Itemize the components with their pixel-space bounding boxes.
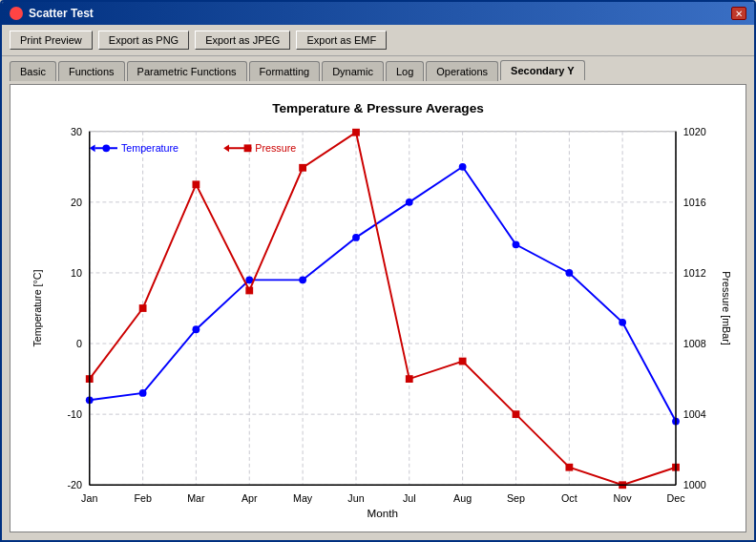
title-bar: Scatter Test ✕ [2, 2, 754, 25]
tab-functions[interactable]: Functions [58, 61, 125, 81]
y-right-label-1004: 1004 [683, 408, 706, 420]
chart-title: Temperature & Pressure Averages [272, 101, 484, 115]
tabs-bar: BasicFunctionsParametric FunctionsFormat… [2, 56, 754, 80]
x-label-nov: Nov [614, 492, 633, 504]
temperature-legend-label: Temperature [121, 142, 178, 154]
main-window: Scatter Test ✕ Print PreviewExport as PN… [0, 0, 756, 542]
y-right-axis-label: Pressure [mBar] [721, 271, 732, 344]
x-label-may: May [293, 492, 313, 504]
svg-point-23 [299, 276, 306, 283]
x-label-aug: Aug [453, 492, 472, 504]
svg-rect-37 [406, 375, 413, 383]
x-label-apr: Apr [242, 492, 258, 504]
svg-rect-39 [513, 410, 520, 418]
title-bar-left: Scatter Test [10, 7, 94, 20]
svg-point-28 [565, 269, 573, 277]
x-label-jan: Jan [81, 492, 97, 504]
x-label-mar: Mar [187, 492, 205, 504]
svg-point-21 [192, 325, 200, 333]
svg-rect-34 [245, 287, 253, 295]
chart-svg: Temperature & Pressure Averages [10, 85, 746, 532]
y-left-label-m20: -20 [67, 479, 82, 490]
x-label-jun: Jun [347, 492, 364, 504]
svg-point-26 [459, 163, 467, 171]
tab-dynamic[interactable]: Dynamic [322, 61, 384, 81]
svg-rect-32 [139, 304, 147, 312]
x-label-sep: Sep [507, 492, 525, 504]
chart-svg-wrapper: Temperature & Pressure Averages [10, 85, 746, 532]
pressure-legend-dot [244, 144, 252, 152]
x-label-dec: Dec [666, 492, 685, 504]
svg-point-27 [513, 240, 520, 248]
x-label-feb: Feb [134, 492, 152, 504]
content-area: Temperature & Pressure Averages [2, 80, 754, 540]
y-right-label-1000: 1000 [683, 479, 706, 490]
svg-rect-33 [192, 180, 200, 188]
svg-point-24 [352, 234, 360, 241]
app-icon [10, 7, 23, 20]
chart-container: Temperature & Pressure Averages [10, 84, 746, 532]
temperature-legend-dot [102, 144, 110, 152]
export-emf-button[interactable]: Export as EMF [296, 31, 387, 50]
svg-rect-0 [90, 132, 676, 486]
y-right-label-1016: 1016 [683, 197, 706, 208]
x-label-jul: Jul [403, 492, 416, 504]
y-right-label-1008: 1008 [683, 338, 706, 349]
y-left-label-30: 30 [71, 126, 82, 137]
svg-point-20 [139, 389, 147, 397]
toolbar: Print PreviewExport as PNGExport as JPEG… [2, 25, 754, 56]
x-axis-label: Month [368, 507, 398, 519]
svg-point-25 [406, 198, 413, 206]
svg-point-29 [619, 319, 626, 326]
y-left-label-10: 10 [71, 267, 82, 279]
x-label-oct: Oct [561, 492, 578, 504]
tab-log[interactable]: Log [386, 61, 424, 81]
export-jpeg-button[interactable]: Export as JPEG [195, 31, 290, 50]
y-left-label-m10: -10 [67, 408, 82, 420]
tab-basic[interactable]: Basic [10, 61, 56, 81]
svg-rect-40 [565, 464, 573, 471]
tab-parametric-functions[interactable]: Parametric Functions [127, 61, 247, 81]
y-left-label-20: 20 [71, 197, 82, 208]
svg-rect-35 [299, 164, 306, 172]
svg-rect-38 [459, 358, 467, 365]
pressure-legend-label: Pressure [255, 142, 296, 154]
y-left-axis-label: Temperature [°C] [32, 269, 43, 346]
y-left-label-0: 0 [76, 338, 82, 349]
tab-secondary-y[interactable]: Secondary Y [500, 60, 584, 80]
tab-formatting[interactable]: Formatting [249, 61, 321, 81]
print-preview-button[interactable]: Print Preview [10, 31, 93, 50]
y-right-label-1012: 1012 [683, 267, 706, 279]
export-png-button[interactable]: Export as PNG [98, 31, 189, 50]
y-right-label-1020: 1020 [683, 126, 706, 137]
tab-operations[interactable]: Operations [426, 61, 498, 81]
close-button[interactable]: ✕ [731, 7, 746, 20]
svg-rect-36 [352, 129, 360, 136]
window-title: Scatter Test [29, 7, 94, 20]
